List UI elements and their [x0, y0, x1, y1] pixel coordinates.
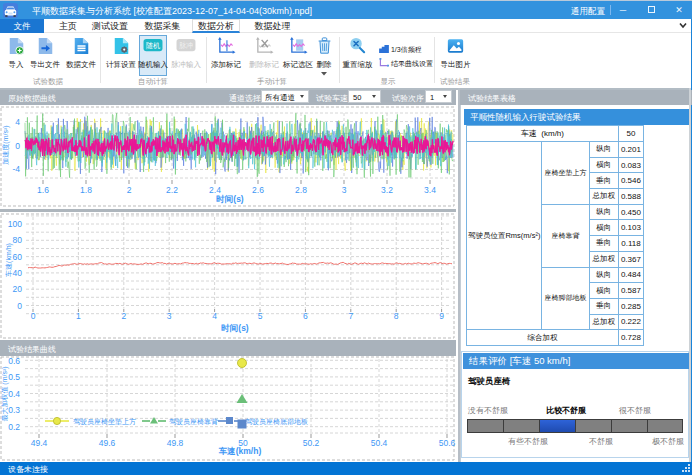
svg-text:50.4: 50.4 [371, 438, 388, 448]
svg-text:0: 0 [15, 141, 20, 151]
svg-text:80: 80 [13, 235, 23, 245]
svg-text:0: 0 [31, 311, 36, 321]
svg-text:2.2: 2.2 [166, 185, 178, 195]
svg-text:9: 9 [439, 311, 444, 321]
svg-text:40: 40 [13, 268, 23, 278]
svg-text:0.6: 0.6 [8, 356, 20, 366]
svg-text:5: 5 [258, 311, 263, 321]
svg-text:2.6: 2.6 [252, 185, 264, 195]
svg-text:6: 6 [303, 311, 308, 321]
svg-text:100: 100 [8, 219, 22, 229]
svg-text:驾驶员座椅坐垫上方: 驾驶员座椅坐垫上方 [73, 417, 136, 426]
svg-text:2.8: 2.8 [295, 185, 307, 195]
svg-text:随机: 随机 [146, 41, 160, 50]
svg-text:脉冲: 脉冲 [179, 41, 193, 50]
svg-text:7: 7 [348, 311, 353, 321]
svg-text:3: 3 [167, 311, 172, 321]
svg-text:49.8: 49.8 [167, 438, 184, 448]
svg-text:4: 4 [15, 117, 20, 127]
svg-text:时间(s): 时间(s) [221, 323, 249, 333]
svg-text:1.6: 1.6 [37, 185, 49, 195]
svg-text:1.8: 1.8 [80, 185, 92, 195]
svg-text:0.3: 0.3 [8, 405, 20, 415]
svg-text:20: 20 [13, 284, 23, 294]
svg-text:0.2: 0.2 [8, 422, 20, 432]
svg-text:3.2: 3.2 [381, 185, 393, 195]
svg-text:4: 4 [212, 311, 217, 321]
svg-text:驾驶员座椅靠背: 驾驶员座椅靠背 [169, 418, 218, 426]
svg-text:8: 8 [394, 311, 399, 321]
svg-text:49.4: 49.4 [31, 438, 48, 448]
svg-text:车速(km/h): 车速(km/h) [219, 446, 262, 456]
svg-text:车速(km/h): 车速(km/h) [5, 243, 13, 277]
svg-text:2: 2 [121, 311, 126, 321]
svg-text:0.4: 0.4 [8, 389, 20, 399]
svg-text:-4: -4 [12, 164, 20, 174]
svg-text:1: 1 [76, 311, 81, 321]
svg-text:3: 3 [342, 185, 347, 195]
svg-text:49.6: 49.6 [99, 438, 116, 448]
svg-text:2: 2 [127, 185, 132, 195]
svg-text:加速度(m/s²): 加速度(m/s²) [2, 125, 10, 164]
svg-text:60: 60 [13, 252, 23, 262]
svg-text:驾驶员座椅底部地板: 驾驶员座椅底部地板 [245, 418, 308, 426]
svg-text:50.6: 50.6 [439, 438, 456, 448]
svg-text:时间(s): 时间(s) [216, 194, 244, 204]
svg-text:0: 0 [17, 301, 22, 311]
svg-text:最大加权值 (m/s²): 最大加权值 (m/s²) [1, 366, 9, 421]
svg-text:0.5: 0.5 [8, 372, 20, 382]
svg-text:3.4: 3.4 [424, 185, 436, 195]
svg-text:50.2: 50.2 [303, 438, 320, 448]
